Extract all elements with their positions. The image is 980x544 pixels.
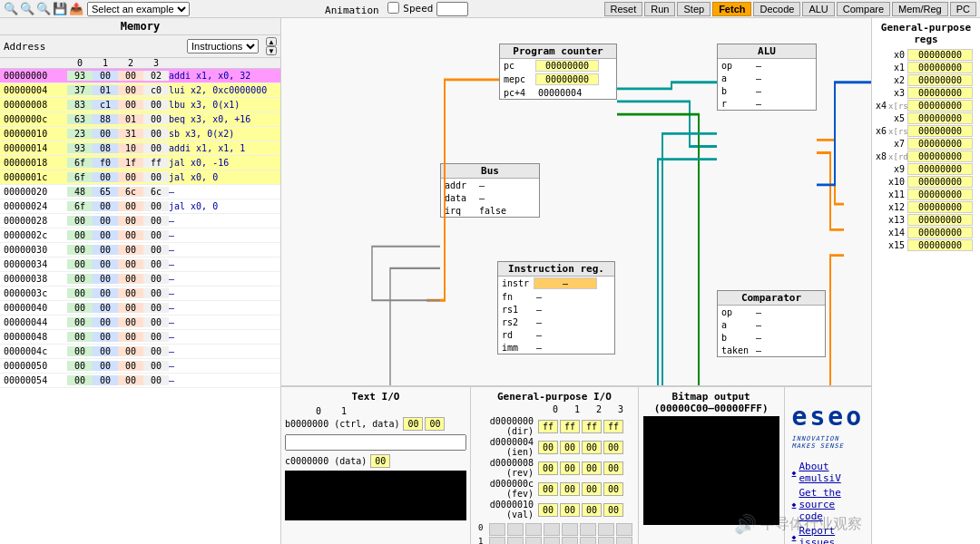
gpio-cell <box>525 523 542 536</box>
gpio-col-headers: 0 1 2 3 <box>475 404 634 414</box>
mem-byte-3: 00 <box>143 332 169 342</box>
mem-addr-cell: 00000038 <box>4 274 67 284</box>
mem-addr-cell: 00000034 <box>4 259 67 269</box>
zoom-out-icon[interactable]: 🔍 <box>20 2 34 15</box>
toolbar-btn-alu[interactable]: ALU <box>802 2 834 16</box>
memory-row[interactable]: 00000044 00 00 00 00 – <box>0 316 280 330</box>
gpio-byte: ff <box>560 420 580 433</box>
mem-byte-2: 00 <box>118 346 143 356</box>
mem-instr-cell: addi x1, x1, 1 <box>169 143 277 153</box>
memory-row[interactable]: 00000034 00 00 00 00 – <box>0 257 280 272</box>
textio-text-input[interactable] <box>285 434 466 451</box>
bottom-panel: Text I/O 01 b0000000 (ctrl, data) 00 00 … <box>281 385 871 544</box>
memory-row[interactable]: 00000024 6f 00 00 00 jal x0, 0 <box>0 199 280 214</box>
memory-row[interactable]: 00000010 23 00 31 00 sb x3, 0(x2) <box>0 127 280 141</box>
mem-instr-cell: – <box>169 375 277 385</box>
mem-instr-cell: addi x1, x0, 32 <box>169 71 277 81</box>
mem-scroll-down[interactable]: ▼ <box>266 46 277 55</box>
memory-row[interactable]: 00000000 93 00 00 02 addi x1, x0, 32 <box>0 69 280 83</box>
memory-row[interactable]: 00000028 00 00 00 00 – <box>0 214 280 228</box>
mem-instr-cell: – <box>169 303 277 313</box>
toolbar-btn-reset[interactable]: Reset <box>604 2 643 16</box>
toolbar-btn-step[interactable]: Step <box>677 2 710 16</box>
gpio-byte: 00 <box>603 461 623 475</box>
memory-row[interactable]: 0000000c 63 88 01 00 beq x3, x0, +16 <box>0 112 280 127</box>
memory-row[interactable]: 00000008 83 c1 00 00 lbu x3, 0(x1) <box>0 98 280 112</box>
gpio-byte: 00 <box>538 461 558 475</box>
reg-row-x11: x11 00000000 <box>876 189 976 200</box>
gpio-cell <box>489 537 505 544</box>
reg-row-x6: x6x[rs2] 00000000 <box>876 125 976 137</box>
zoom-in-icon[interactable]: 🔍 <box>4 2 18 15</box>
memory-row[interactable]: 00000038 00 00 00 00 – <box>0 272 280 287</box>
memory-row[interactable]: 00000054 00 00 00 00 – <box>0 374 280 388</box>
gpio-byte: 00 <box>538 441 558 454</box>
memory-table[interactable]: 00000000 93 00 00 02 addi x1, x0, 32 000… <box>0 69 280 544</box>
memory-row[interactable]: 00000014 93 08 10 00 addi x1, x1, 1 <box>0 141 280 156</box>
instruction-reg-box: Instruction reg. instr – fn – rs1 – rs2 … <box>497 261 615 355</box>
memory-row[interactable]: 00000004 37 01 00 c0 lui x2, 0xc0000000 <box>0 83 280 98</box>
mem-byte-3: 00 <box>143 230 169 240</box>
reg-label: x9 <box>876 164 907 174</box>
memory-row[interactable]: 0000001c 6f 00 00 00 jal x0, 0 <box>0 170 280 185</box>
save-icon[interactable]: 💾 <box>53 2 67 15</box>
bus-addr-label: addr <box>445 180 476 190</box>
gpio-data-row: d0000010 (val)00000000 <box>475 500 634 520</box>
memory-row[interactable]: 00000018 6f f0 1f ff jal x0, -16 <box>0 156 280 170</box>
search-icon[interactable]: 🔍 <box>36 2 51 15</box>
toolbar-btn-fetch[interactable]: Fetch <box>712 2 751 16</box>
reg-label: x12 <box>876 202 907 212</box>
memory-row[interactable]: 00000020 48 65 6c 6c – <box>0 185 280 199</box>
toolbar-btn-compare[interactable]: Compare <box>837 2 890 16</box>
gpio-cell <box>562 537 578 544</box>
gpio-byte: 00 <box>582 503 602 517</box>
memory-row[interactable]: 0000004c 00 00 00 00 – <box>0 345 280 359</box>
select-example-container[interactable]: Select an example <box>87 2 190 16</box>
reg-value: 00000000 <box>907 112 973 124</box>
textio-ctrl-b0: 00 <box>403 417 423 431</box>
speed-input[interactable]: 10 <box>436 2 468 16</box>
watermark: 🔊 半导体行业观察 <box>734 513 862 535</box>
reg-label: x3 <box>876 88 907 98</box>
comp-op-label: op <box>721 307 753 317</box>
reg-row-x5: x5 00000000 <box>876 112 976 124</box>
toolbar-icons: 🔍 🔍 🔍 💾 📤 <box>4 2 83 15</box>
mem-byte-0: 83 <box>67 100 93 110</box>
mem-instr-cell: jal x0, 0 <box>169 201 277 211</box>
mem-instr-cell: – <box>169 187 277 197</box>
reg-row-x3: x3 00000000 <box>876 87 976 99</box>
animation-checkbox[interactable] <box>387 2 399 14</box>
mem-byte-3: 00 <box>143 172 169 182</box>
toolbar-btn-pc[interactable]: PC <box>950 2 976 16</box>
toolbar-btn-mem/reg[interactable]: Mem/Reg <box>892 2 948 16</box>
memory-row[interactable]: 0000002c 00 00 00 00 – <box>0 228 280 243</box>
bus-data-label: data <box>445 193 476 203</box>
alu-box: ALU op – a – b – r – <box>717 44 817 111</box>
textio-output-area <box>285 471 466 520</box>
memory-row[interactable]: 00000050 00 00 00 00 – <box>0 359 280 374</box>
gpio-cell <box>507 523 524 536</box>
speed-container[interactable]: 10 <box>436 2 468 16</box>
mem-instr-cell: – <box>169 346 277 356</box>
mepc-label: mepc <box>504 74 535 84</box>
memory-row[interactable]: 00000040 00 00 00 00 – <box>0 301 280 316</box>
mem-byte-1: 00 <box>93 71 118 81</box>
toolbar-btn-decode[interactable]: Decode <box>753 2 800 16</box>
mem-byte-2: 1f <box>118 158 143 168</box>
toolbar-btn-run[interactable]: Run <box>644 2 675 16</box>
memory-row[interactable]: 0000003c 00 00 00 00 – <box>0 287 280 301</box>
mem-byte-1: 00 <box>93 216 118 226</box>
gpio-data-row: d0000004 (ien)00000000 <box>475 437 634 457</box>
mem-scroll-up[interactable]: ▲ <box>266 37 277 46</box>
example-select[interactable]: Select an example <box>87 2 190 16</box>
mem-byte-0: 00 <box>67 317 93 327</box>
mem-byte-0: 00 <box>67 216 93 226</box>
comp-taken-label: taken <box>721 345 753 355</box>
about-link[interactable]: About emulsiV <box>792 461 864 484</box>
memory-row[interactable]: 00000030 00 00 00 00 – <box>0 243 280 257</box>
gpio-byte: ff <box>603 420 623 433</box>
memory-row[interactable]: 00000048 00 00 00 00 – <box>0 330 280 345</box>
upload-icon[interactable]: 📤 <box>69 2 83 15</box>
memory-format-select[interactable]: Instructions <box>187 39 259 53</box>
reg-value: 00000000 <box>907 189 973 200</box>
